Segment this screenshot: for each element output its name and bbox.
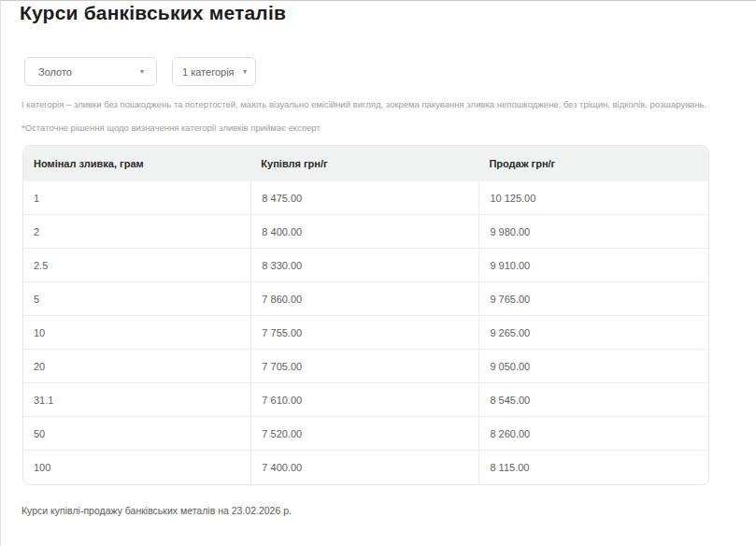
metal-select-value: Золото [38, 66, 72, 78]
table-cell: 1 [23, 181, 250, 214]
column-header-sell: Продаж грн/г [478, 158, 708, 169]
table-cell: 7 610.00 [250, 383, 478, 416]
chevron-down-icon: ▾ [140, 68, 144, 76]
page-title: Курси банківських металів [20, 2, 735, 24]
table-cell: 7 755.00 [250, 316, 478, 349]
table-cell: 50 [23, 417, 250, 450]
table-cell: 7 520.00 [250, 417, 478, 450]
table-cell: 7 400.00 [250, 451, 478, 484]
table-row: 507 520.008 260.00 [23, 417, 708, 451]
table-cell: 10 125.00 [478, 181, 708, 214]
table-row: 1007 400.008 115.00 [23, 451, 708, 484]
table-cell: 10 [23, 316, 250, 349]
table-cell: 8 260.00 [478, 417, 708, 450]
table-cell: 2.5 [23, 249, 250, 281]
table-cell: 8 475.00 [250, 181, 478, 214]
table-row: 107 755.009 265.00 [23, 316, 708, 350]
rates-table: Номінал зливка, грам Купівля грн/г Прода… [22, 145, 709, 485]
table-cell: 8 330.00 [250, 249, 478, 281]
table-cell: 8 115.00 [478, 451, 708, 484]
category-select-value: 1 категорія [182, 66, 235, 78]
table-cell: 9 265.00 [478, 316, 708, 349]
table-cell: 9 980.00 [478, 215, 708, 248]
table-cell: 8 400.00 [250, 215, 478, 248]
column-header-nominal: Номінал зливка, грам [23, 158, 250, 169]
table-row: 57 860.009 765.00 [23, 282, 708, 316]
table-cell: 8 545.00 [478, 383, 708, 416]
table-header-row: Номінал зливка, грам Купівля грн/г Прода… [23, 146, 708, 181]
table-row: 31.17 610.008 545.00 [23, 383, 708, 417]
table-cell: 20 [23, 350, 250, 382]
table-cell: 9 050.00 [478, 350, 708, 382]
chevron-down-icon: ▾ [243, 68, 247, 76]
table-cell: 31.1 [23, 383, 250, 416]
table-cell: 9 910.00 [478, 249, 708, 281]
table-row: 18 475.0010 125.00 [23, 181, 708, 215]
category-description: І категорія – зливки без пошкоджень та п… [21, 98, 715, 110]
table-cell: 2 [23, 215, 250, 248]
expert-note: *Остаточне рішення щодо визначення катег… [21, 122, 715, 134]
table-body: 18 475.0010 125.0028 400.009 980.002.58 … [23, 181, 708, 484]
category-select[interactable]: 1 категорія ▾ [172, 57, 256, 86]
table-cell: 100 [23, 451, 250, 484]
table-cell: 5 [23, 282, 250, 315]
table-row: 28 400.009 980.00 [23, 215, 708, 249]
column-header-buy: Купівля грн/г [250, 158, 478, 169]
filters-row: Золото ▾ 1 категорія ▾ [24, 57, 735, 86]
rates-date-note: Курси купівлі-продажу банківських металі… [21, 505, 735, 516]
table-cell: 9 765.00 [478, 282, 708, 315]
metal-select[interactable]: Золото ▾ [24, 57, 157, 86]
table-cell: 7 860.00 [250, 282, 478, 315]
table-row: 207 705.009 050.00 [23, 350, 708, 383]
table-row: 2.58 330.009 910.00 [23, 249, 708, 282]
table-cell: 7 705.00 [250, 350, 478, 382]
metals-rates-page: Курси банківських металів Золото ▾ 1 кат… [1, 2, 756, 516]
